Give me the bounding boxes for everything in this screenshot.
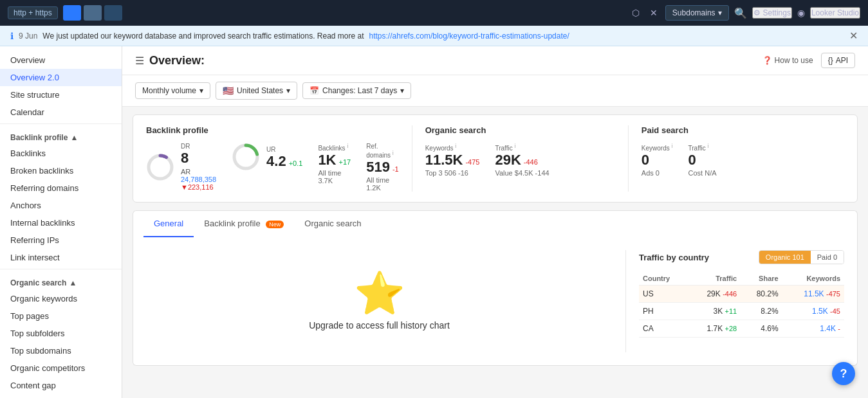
traffic-table-header: Country Traffic Share Keywords <box>639 272 844 285</box>
sidebar-item-overview2[interactable]: Overview 2.0 <box>0 69 122 86</box>
sidebar-item-content-gap[interactable]: Content gap <box>0 377 122 394</box>
top-bar: http + https ⬡ ✕ Subdomains ▾ 🔍 ⚙ Settin… <box>0 0 868 26</box>
protocol-selector[interactable]: http + https <box>8 6 58 19</box>
backlink-profile-group: Backlink profile DR <box>146 125 412 192</box>
sidebar-item-referring-ips[interactable]: Referring IPs <box>0 231 122 249</box>
monthly-volume-filter[interactable]: Monthly volume ▾ <box>135 82 210 99</box>
sidebar-item-backlinks[interactable]: Backlinks <box>0 145 122 162</box>
share-ph: 8.2% <box>741 303 782 320</box>
paid-stats-row: Keywords i 0 Ads 0 Traffic i 0 Cost N/A <box>642 143 831 177</box>
backlinks-stat: Backlinks i 1K +17 All time 3.7K <box>318 143 351 185</box>
col-share: Share <box>741 272 782 285</box>
table-row: US 29K -446 80.2% 11.5K -475 <box>639 285 844 303</box>
tab-organic-search[interactable]: Organic search <box>294 211 371 237</box>
sidebar-item-organic-keywords[interactable]: Organic keywords <box>0 290 122 307</box>
overview-header: ☰ Overview: ❓ How to use {} API <box>122 46 868 75</box>
chevron-down-icon-2: ▾ <box>286 86 290 95</box>
traffic-ph: 3K +11 <box>688 303 741 320</box>
api-button[interactable]: {} API <box>821 53 855 68</box>
ref-domains-stat: Ref. domains i 519 -1 All time 1.2K <box>366 143 399 192</box>
close-icon[interactable]: ✕ <box>650 8 658 18</box>
sidebar-item-top-pages[interactable]: Top pages <box>0 307 122 325</box>
help-fab-button[interactable]: ? <box>832 362 855 385</box>
gear-icon: ⚙ <box>753 8 761 17</box>
tab-1[interactable] <box>63 5 81 21</box>
content-area: ☰ Overview: ❓ How to use {} API Monthly … <box>122 46 868 398</box>
traffic-us: 29K -446 <box>688 285 741 303</box>
organic-toggle-button[interactable]: Organic 101 <box>759 251 811 264</box>
date-range-label: Changes: Last 7 days <box>322 86 397 95</box>
organic-search-group: Organic search Keywords i 11.5K -475 Top… <box>412 125 628 192</box>
table-row: CA 1.7K +28 4.6% 1.4K - <box>639 320 844 338</box>
keywords-us: 11.5K -475 <box>782 285 844 303</box>
sidebar-item-link-intersect[interactable]: Link intersect <box>0 249 122 266</box>
sidebar-item-top-subfolders[interactable]: Top subfolders <box>0 325 122 342</box>
ur-stat: UR 4.2 +0.1 <box>232 143 302 171</box>
traffic-table: Country Traffic Share Keywords US 29K -4… <box>639 272 844 338</box>
chevron-up-icon: ▲ <box>70 133 78 142</box>
share-us: 80.2% <box>741 285 782 303</box>
dr-stat: DR 8 AR 24,788,358 ▼223,116 <box>146 143 216 191</box>
stats-grid: Backlink profile DR <box>146 125 844 192</box>
backlinks-label: Backlinks i <box>318 143 351 152</box>
looker-studio-button[interactable]: Looker Studio <box>810 7 860 19</box>
traffic-toggle: Organic 101 Paid 0 <box>759 250 844 264</box>
sidebar-item-site-structure[interactable]: Site structure <box>0 86 122 104</box>
notif-close-button[interactable]: ✕ <box>849 30 858 42</box>
sidebar-item-overview[interactable]: Overview <box>0 51 122 69</box>
country-filter[interactable]: 🇺🇸 United States ▾ <box>216 82 297 100</box>
tab-3[interactable] <box>104 5 122 21</box>
country-ph: PH <box>639 303 688 320</box>
how-to-use-button[interactable]: ❓ How to use <box>762 56 813 65</box>
traffic-panel-title: Traffic by country <box>639 253 709 262</box>
paid-toggle-button[interactable]: Paid 0 <box>811 251 844 264</box>
filter-bar: Monthly volume ▾ 🇺🇸 United States ▾ 📅 Ch… <box>122 75 868 107</box>
sidebar-item-anchors[interactable]: Anchors <box>0 197 122 214</box>
code-icon: {} <box>828 56 833 65</box>
date-range-filter[interactable]: 📅 Changes: Last 7 days ▾ <box>302 82 411 99</box>
subdomains-label: Subdomains <box>672 8 716 17</box>
ur-change: +0.1 <box>289 159 303 167</box>
backlink-stats-row: DR 8 AR 24,788,358 ▼223,116 <box>146 143 399 192</box>
header-actions: ❓ How to use {} API <box>762 53 855 68</box>
ur-label: UR <box>266 146 302 153</box>
notification-bar: ℹ 9 Jun We just updated our keyword data… <box>0 26 868 46</box>
share-ca: 4.6% <box>741 320 782 338</box>
settings-button[interactable]: ⚙ Settings <box>752 7 792 19</box>
sidebar-item-internal-backlinks[interactable]: Internal backlinks <box>0 214 122 231</box>
paid-keywords-stat: Keywords i 0 Ads 0 <box>642 143 673 177</box>
country-label: United States <box>237 86 283 95</box>
sidebar-item-referring-domains[interactable]: Referring domains <box>0 179 122 197</box>
looker-icon: ◉ <box>797 8 805 18</box>
backlink-section-header: Backlink profile ▲ <box>0 127 122 145</box>
external-link-icon[interactable]: ⬡ <box>632 8 640 18</box>
subdomains-dropdown[interactable]: Subdomains ▾ <box>665 5 729 21</box>
tab-general[interactable]: General <box>143 211 194 237</box>
organic-stats-row: Keywords i 11.5K -475 Top 3 506 -16 <box>425 143 615 177</box>
organic-keywords-value: 11.5K <box>425 153 463 167</box>
sidebar-item-calendar[interactable]: Calendar <box>0 104 122 121</box>
traffic-table-body: US 29K -446 80.2% 11.5K -475 <box>639 285 844 338</box>
sidebar-item-broken-backlinks[interactable]: Broken backlinks <box>0 162 122 179</box>
dr-values: DR 8 AR 24,788,358 ▼223,116 <box>181 143 216 191</box>
ref-domains-alltime: All time 1.2K <box>366 176 399 192</box>
organic-traffic-change: -446 <box>524 158 538 166</box>
new-badge: New <box>266 221 284 228</box>
paid-traffic-stat: Traffic i 0 Cost N/A <box>688 143 717 177</box>
hamburger-icon[interactable]: ☰ <box>135 55 144 67</box>
sidebar-item-organic-competitors[interactable]: Organic competitors <box>0 359 122 377</box>
col-traffic: Traffic <box>688 272 741 285</box>
organic-search-title: Organic search <box>425 125 615 135</box>
tabs-section: General Backlink profile New Organic sea… <box>133 210 858 237</box>
tab-backlink-profile[interactable]: Backlink profile New <box>194 211 294 237</box>
search-icon[interactable]: 🔍 <box>734 7 747 19</box>
top-tabs <box>63 5 122 21</box>
star-icon: ⭐ <box>354 273 405 314</box>
ur-ring <box>232 143 260 171</box>
tab-2[interactable] <box>84 5 102 21</box>
chevron-up-icon-2: ▲ <box>69 278 77 287</box>
stats-section: Backlink profile DR <box>133 114 858 203</box>
backlinks-value: 1K <box>318 153 336 167</box>
notif-link[interactable]: https://ahrefs.com/blog/keyword-traffic-… <box>369 32 569 41</box>
sidebar-item-top-subdomains[interactable]: Top subdomains <box>0 342 122 359</box>
